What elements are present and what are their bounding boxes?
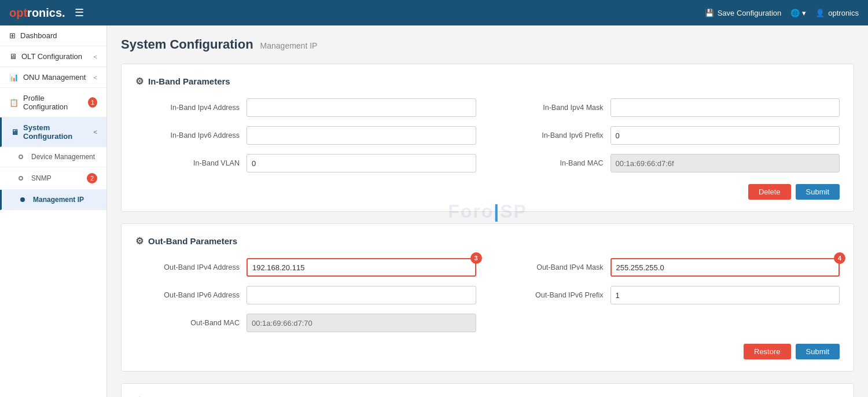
navbar: optronics. ☰ 💾 Save Configuration 🌐 ▾ 👤 … — [0, 0, 868, 25]
out-band-ipv4-mask-label: Out-Band IPv4 Mask — [499, 263, 604, 271]
save-config-button[interactable]: 💾 Save Configuration — [705, 9, 782, 17]
sidebar-item-device-management[interactable]: Device Management — [0, 147, 106, 167]
sidebar-item-onu-management[interactable]: 📊 ONU Management < — [0, 67, 106, 88]
in-band-section: ⚙ In-Band Parameters In-Band Ipv4 Addres… — [121, 64, 854, 212]
in-band-submit-button[interactable]: Submit — [796, 184, 840, 200]
in-band-icon: ⚙ — [135, 76, 144, 87]
in-band-mac-row: In-Band MAC — [499, 154, 840, 172]
navbar-left: optronics. ☰ — [9, 6, 84, 20]
sidebar-label-profile: Profile Configuration — [23, 94, 83, 111]
out-band-ipv4-mask-input[interactable] — [610, 258, 840, 277]
in-band-ipv6-prefix-input[interactable] — [610, 126, 840, 145]
profile-badge: 1 — [88, 97, 97, 108]
sidebar-label-onu: ONU Management — [23, 73, 86, 82]
page-header: System Configuration Management IP — [121, 37, 854, 52]
in-band-mac-input — [610, 154, 840, 172]
olt-arrow: < — [94, 53, 97, 60]
in-band-ipv4-input[interactable] — [247, 98, 476, 117]
dashboard-icon: ⊞ — [9, 31, 16, 40]
profile-icon: 📋 — [9, 98, 19, 107]
username-label: optronics — [828, 9, 859, 17]
save-config-label: Save Configuration — [718, 9, 782, 17]
out-band-restore-button[interactable]: Restore — [744, 344, 791, 359]
out-band-submit-button[interactable]: Submit — [796, 344, 840, 359]
in-band-ipv4-mask-label: In-Band Ipv4 Mask — [499, 104, 604, 112]
lang-arrow: ▾ — [802, 9, 806, 17]
in-band-buttons: Delete Submit — [135, 184, 840, 200]
in-band-ipv6-row: In-Band Ipv6 Address — [135, 126, 476, 145]
navbar-right: 💾 Save Configuration 🌐 ▾ 👤 optronics — [705, 9, 859, 17]
out-band-title-text: Out-Band Parameters — [148, 236, 237, 246]
logo-tronics: ronics. — [27, 6, 65, 20]
out-band-icon: ⚙ — [135, 236, 144, 247]
out-band-form: Out-Band IPv4 Address 3 Out-Band IPv4 Ma… — [135, 258, 840, 332]
out-band-mac-row: Out-Band MAC — [135, 314, 476, 332]
logo: optronics. — [9, 6, 65, 20]
globe-icon: 🌐 — [790, 9, 800, 17]
sidebar-item-management-ip[interactable]: Management IP — [0, 190, 106, 210]
out-band-ipv6-row: Out-Band IPv6 Address — [135, 286, 476, 304]
out-band-ipv4-label: Out-Band IPv4 Address — [135, 263, 240, 271]
in-band-ipv6-prefix-row: In-Band Ipv6 Prefix — [499, 126, 840, 145]
out-band-ipv4-mask-row: Out-Band IPv4 Mask 4 — [499, 258, 840, 277]
snmp-dot — [19, 176, 23, 181]
out-band-ipv4-row: Out-Band IPv4 Address 3 — [135, 258, 476, 277]
main-content: Foro|SP System Configuration Management … — [107, 25, 868, 397]
in-band-delete-button[interactable]: Delete — [748, 184, 791, 200]
annotation-4: 4 — [834, 252, 845, 264]
out-band-ipv6-input[interactable] — [247, 286, 476, 304]
user-menu[interactable]: 👤 optronics — [815, 9, 859, 17]
in-band-vlan-input[interactable] — [247, 154, 476, 172]
save-icon: 💾 — [705, 9, 714, 17]
gateway-section: ⚙ GateWay Parameter IPv4 GateWay 6 IPv6 … — [121, 383, 854, 397]
sysconfig-icon: 🖥 — [11, 128, 19, 137]
sidebar-item-system-config[interactable]: 🖥 System Configuration < — [0, 117, 106, 147]
in-band-title-text: In-Band Parameters — [148, 76, 230, 86]
layout: ⊞ Dashboard 🖥 OLT Configuration < 📊 ONU … — [0, 25, 868, 397]
olt-icon: 🖥 — [9, 52, 17, 61]
in-band-ipv4-row: In-Band Ipv4 Address — [135, 98, 476, 117]
out-band-ipv4-input[interactable] — [247, 258, 476, 277]
out-band-ipv6-label: Out-Band IPv6 Address — [135, 291, 240, 299]
in-band-vlan-row: In-Band VLAN — [135, 154, 476, 172]
sidebar-item-snmp[interactable]: SNMP 2 — [0, 167, 106, 190]
out-band-section: ⚙ Out-Band Parameters Out-Band IPv4 Addr… — [121, 223, 854, 372]
in-band-title: ⚙ In-Band Parameters — [135, 76, 840, 87]
in-band-ipv6-prefix-label: In-Band Ipv6 Prefix — [499, 131, 604, 139]
sidebar-item-olt-config[interactable]: 🖥 OLT Configuration < — [0, 46, 106, 67]
user-icon: 👤 — [815, 9, 825, 17]
in-band-ipv4-mask-input[interactable] — [610, 98, 840, 117]
out-band-ipv6-prefix-input[interactable] — [610, 286, 840, 304]
sidebar-label-olt: OLT Configuration — [21, 52, 82, 61]
annotation-3: 3 — [470, 252, 482, 264]
sidebar-label-snmp: SNMP — [31, 174, 52, 182]
snmp-badge: 2 — [87, 173, 97, 183]
language-selector[interactable]: 🌐 ▾ — [790, 9, 806, 17]
in-band-mac-label: In-Band MAC — [499, 159, 604, 167]
out-band-buttons: Restore Submit — [135, 344, 840, 359]
sidebar-label-dashboard: Dashboard — [20, 31, 57, 40]
hamburger-button[interactable]: ☰ — [75, 6, 84, 19]
in-band-ipv4-mask-row: In-Band Ipv4 Mask — [499, 98, 840, 117]
onu-arrow: < — [94, 74, 97, 81]
logo-opt: opt — [9, 6, 27, 20]
sidebar-label-mgmt-ip: Management IP — [33, 196, 84, 204]
in-band-form: In-Band Ipv4 Address In-Band Ipv4 Mask I… — [135, 98, 840, 172]
out-band-mac-label: Out-Band MAC — [135, 319, 240, 327]
out-band-title: ⚙ Out-Band Parameters — [135, 236, 840, 247]
out-band-ipv6-prefix-row: Out-Band IPv6 Prefix — [499, 286, 840, 304]
sidebar: ⊞ Dashboard 🖥 OLT Configuration < 📊 ONU … — [0, 25, 107, 397]
out-band-mac-input — [247, 314, 476, 332]
onu-icon: 📊 — [9, 73, 19, 82]
sidebar-label-sysconfig: System Configuration — [23, 123, 89, 141]
page-title: System Configuration — [121, 37, 253, 52]
sysconfig-arrow: < — [94, 128, 97, 135]
device-mgmt-dot — [19, 155, 23, 159]
in-band-vlan-label: In-Band VLAN — [135, 159, 240, 167]
in-band-ipv6-label: In-Band Ipv6 Address — [135, 131, 240, 139]
sidebar-item-profile-config[interactable]: 📋 Profile Configuration 1 — [0, 88, 106, 117]
mgmt-ip-dot — [20, 197, 25, 202]
sidebar-item-dashboard[interactable]: ⊞ Dashboard — [0, 25, 106, 46]
in-band-ipv6-input[interactable] — [247, 126, 476, 145]
sidebar-label-device-mgmt: Device Management — [31, 153, 95, 161]
